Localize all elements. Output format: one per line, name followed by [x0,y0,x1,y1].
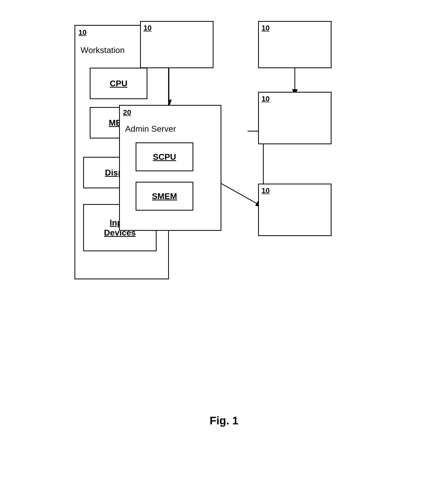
mid-right-bottom-box: 10 [258,184,332,236]
figure-caption: Fig. 1 [210,414,238,427]
top-left-client-label: 10 [143,24,152,32]
smem-label: SMEM [152,191,177,201]
scpu-label: SCPU [153,152,176,162]
cpu-label: CPU [110,79,127,88]
workstation-sublabel: Workstation [81,45,125,55]
mid-right-top-label: 10 [262,95,270,103]
cpu-box: CPU [90,68,147,99]
admin-server-box: 20 Admin Server SCPU SMEM [119,105,221,231]
mid-right-top-box: 10 [258,92,332,144]
diagram: 10 Workstation CPU MEM Display InputDevi… [67,10,381,404]
mid-right-bottom-label: 10 [262,186,270,195]
top-right-client-box: 10 [258,21,332,68]
smem-box: SMEM [136,182,193,211]
workstation-label-10: 10 [78,28,87,37]
admin-server-label-20: 20 [123,108,131,117]
top-right-client-label: 10 [262,24,270,32]
top-left-client-box: 10 [140,21,214,68]
scpu-box: SCPU [136,142,193,171]
arrow-server-bottom-right [221,184,263,207]
admin-server-sublabel: Admin Server [125,124,176,134]
